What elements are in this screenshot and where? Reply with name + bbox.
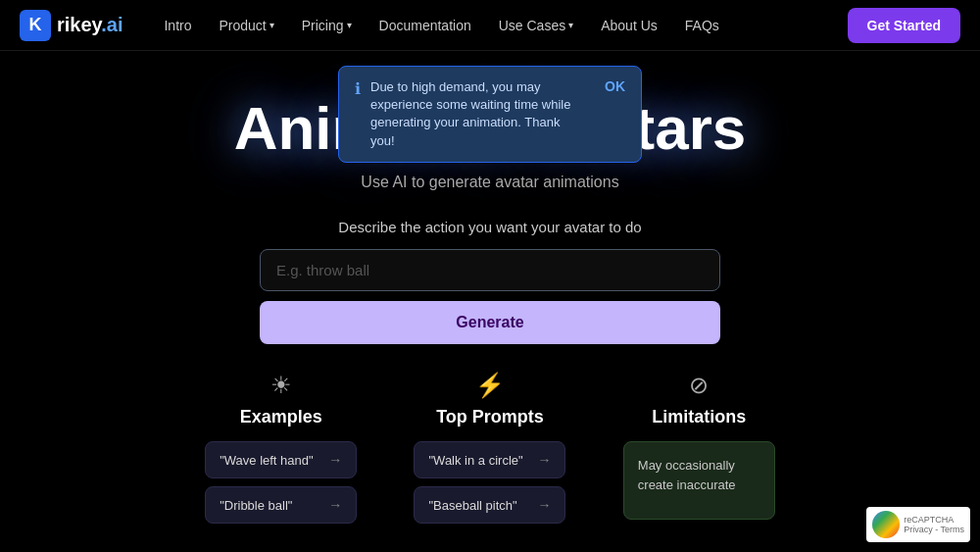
top-prompts-card-2-label: "Baseball pitch" — [428, 498, 516, 513]
limitations-icon: ⊘ — [689, 372, 709, 399]
top-prompts-cards: "Walk in a circle" → "Baseball pitch" → — [414, 441, 565, 524]
nav-use-cases[interactable]: Use Cases▾ — [487, 12, 585, 39]
top-prompts-card-1-label: "Walk in a circle" — [428, 453, 522, 468]
form-label: Describe the action you want your avatar… — [338, 219, 641, 235]
generate-button[interactable]: Generate — [260, 301, 720, 344]
recaptcha-text: reCAPTCHA Privacy - Terms — [904, 515, 964, 534]
get-started-button[interactable]: Get Started — [848, 8, 960, 43]
examples-column: ☀ Examples "Wave left hand" → "Dribble b… — [176, 372, 385, 524]
nav-intro[interactable]: Intro — [152, 12, 203, 39]
examples-card-1-label: "Wave left hand" — [220, 453, 313, 468]
notification-ok-button[interactable]: OK — [605, 78, 625, 94]
top-prompts-card-2-arrow: → — [537, 497, 551, 513]
limitations-card: May occasionally create inaccurate — [623, 441, 775, 520]
examples-card-2-label: "Dribble ball" — [220, 498, 292, 513]
logo-icon: K — [20, 10, 51, 41]
bottom-section: ☀ Examples "Wave left hand" → "Dribble b… — [0, 372, 980, 524]
navbar: K rikey.ai Intro Product▾ Pricing▾ Docum… — [0, 0, 980, 51]
top-prompts-card-2[interactable]: "Baseball pitch" → — [414, 486, 565, 524]
top-prompts-column: ⚡ Top Prompts "Walk in a circle" → "Base… — [385, 372, 594, 524]
examples-icon: ☀ — [270, 372, 292, 399]
input-wrapper — [260, 249, 720, 291]
top-prompts-icon: ⚡ — [475, 372, 505, 399]
logo[interactable]: K rikey.ai — [20, 10, 122, 41]
top-prompts-card-1-arrow: → — [537, 452, 551, 468]
nav-faqs[interactable]: FAQs — [673, 12, 731, 39]
recaptcha-badge: reCAPTCHA Privacy - Terms — [866, 507, 970, 542]
limitations-column: ⊘ Limitations May occasionally create in… — [595, 372, 804, 524]
examples-card-2-arrow: → — [328, 497, 342, 513]
top-prompts-card-1[interactable]: "Walk in a circle" → — [414, 441, 565, 478]
examples-card-1[interactable]: "Wave left hand" → — [205, 441, 357, 478]
nav-pricing[interactable]: Pricing▾ — [290, 12, 364, 39]
recaptcha-logo — [872, 511, 900, 538]
limitations-title: Limitations — [652, 407, 746, 427]
notification-banner: ℹ Due to high demand, you may experience… — [338, 66, 642, 163]
prompt-input[interactable] — [260, 249, 720, 291]
notification-text: Due to high demand, you may experience s… — [370, 78, 587, 150]
examples-cards: "Wave left hand" → "Dribble ball" → — [205, 441, 357, 524]
page-subtitle: Use AI to generate avatar animations — [361, 174, 618, 191]
nav-product[interactable]: Product▾ — [208, 12, 286, 39]
info-icon: ℹ — [355, 79, 361, 98]
top-prompts-title: Top Prompts — [436, 407, 544, 427]
examples-card-1-arrow: → — [328, 452, 342, 468]
nav-about-us[interactable]: About Us — [589, 12, 669, 39]
main-content: ℹ Due to high demand, you may experience… — [0, 51, 980, 552]
examples-title: Examples — [240, 407, 322, 427]
logo-text: rikey.ai — [57, 14, 122, 36]
nav-links: Intro Product▾ Pricing▾ Documentation Us… — [152, 12, 847, 39]
nav-documentation[interactable]: Documentation — [368, 12, 483, 39]
examples-card-2[interactable]: "Dribble ball" → — [205, 486, 357, 524]
limitations-text: May occasionally create inaccurate — [638, 458, 736, 492]
